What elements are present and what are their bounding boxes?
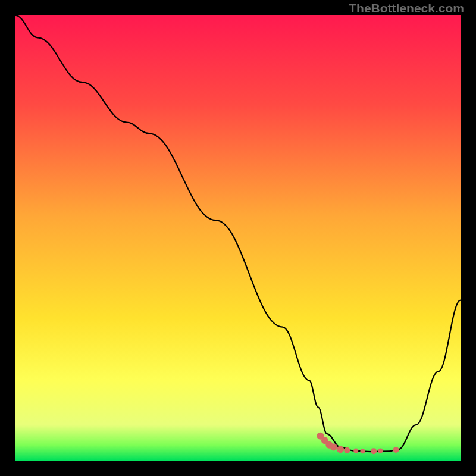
highlight-point (393, 447, 399, 453)
bottleneck-chart (0, 0, 476, 476)
chart-container: TheBottleneck.com (0, 0, 476, 476)
highlight-point (353, 449, 358, 453)
highlight-point (378, 449, 383, 453)
highlight-point (337, 446, 344, 453)
highlight-point (344, 447, 350, 453)
highlight-point (360, 449, 365, 453)
highlight-point (330, 444, 337, 451)
watermark-text: TheBottleneck.com (349, 1, 464, 15)
highlight-point (371, 448, 377, 454)
